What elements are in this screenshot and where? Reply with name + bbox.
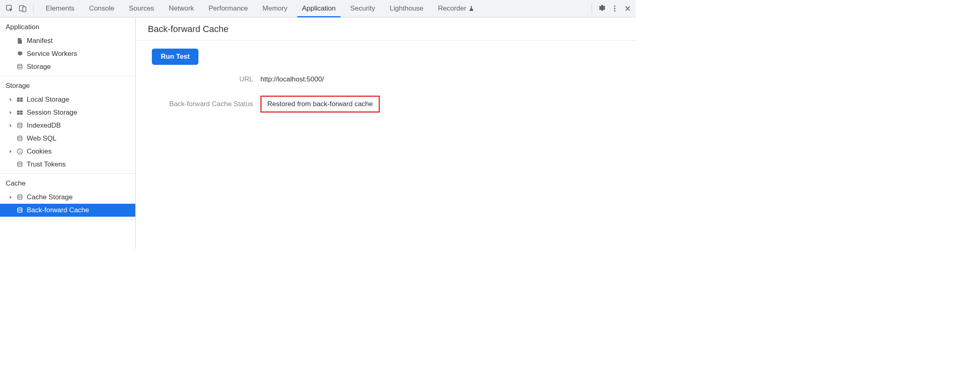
svg-rect-10: [20, 100, 23, 102]
sidebar-item-bfcache[interactable]: Back-forward Cache: [0, 204, 135, 217]
svg-point-18: [19, 150, 19, 151]
expand-arrow-icon[interactable]: [8, 97, 13, 102]
main-split: Application Manifest Service Workers Sto…: [0, 17, 636, 249]
file-icon: [16, 37, 23, 45]
sidebar-group-title: Storage: [0, 76, 135, 93]
panel-title: Back-forward Cache: [148, 24, 636, 34]
divider: [0, 219, 135, 220]
flask-icon: [469, 6, 474, 11]
divider: [592, 3, 592, 14]
status-value: Restored from back-forward cache: [260, 96, 380, 113]
sidebar-item-service-workers[interactable]: Service Workers: [0, 47, 135, 60]
gear-icon: [16, 50, 23, 58]
table-icon: [16, 96, 23, 103]
database-icon: [16, 135, 23, 142]
sidebar-item-cookies[interactable]: Cookies: [0, 145, 135, 158]
tab-recorder[interactable]: Recorder: [431, 0, 482, 17]
svg-rect-12: [20, 111, 23, 113]
tab-security[interactable]: Security: [343, 0, 382, 17]
more-options-icon[interactable]: [609, 3, 620, 14]
svg-point-21: [21, 152, 21, 153]
tab-label: Sources: [129, 4, 154, 13]
status-label: Back-forward Cache Status: [152, 100, 253, 108]
status-value-cell: Restored from back-forward cache: [260, 96, 636, 113]
bfcache-panel: Back-forward Cache Run Test URL http://l…: [136, 17, 636, 249]
sidebar-item-label: Manifest: [27, 37, 53, 45]
svg-point-15: [18, 123, 22, 125]
tab-performance[interactable]: Performance: [201, 0, 255, 17]
url-label: URL: [152, 75, 253, 83]
sidebar-item-local-storage[interactable]: Local Storage: [0, 93, 135, 106]
svg-rect-7: [17, 98, 20, 100]
cookie-icon: [16, 148, 23, 155]
tab-application[interactable]: Application: [295, 0, 343, 17]
sidebar-item-storage[interactable]: Storage: [0, 60, 135, 73]
sidebar-item-indexeddb[interactable]: IndexedDB: [0, 119, 135, 132]
settings-icon[interactable]: [596, 3, 607, 14]
sidebar-item-session-storage[interactable]: Session Storage: [0, 106, 135, 119]
sidebar-item-label: Cache Storage: [27, 193, 72, 201]
tab-network[interactable]: Network: [162, 0, 201, 17]
sidebar-item-label: Session Storage: [27, 109, 77, 117]
run-test-button[interactable]: Run Test: [152, 49, 198, 65]
sidebar-item-manifest[interactable]: Manifest: [0, 34, 135, 47]
svg-point-4: [614, 8, 615, 9]
application-sidebar: Application Manifest Service Workers Sto…: [0, 17, 136, 249]
tab-sources[interactable]: Sources: [121, 0, 161, 17]
expand-arrow-icon[interactable]: [8, 123, 13, 128]
svg-rect-13: [17, 113, 20, 115]
divider: [33, 4, 34, 13]
panel-header: Back-forward Cache: [136, 17, 636, 41]
sidebar-group-title: Application: [0, 17, 135, 34]
close-devtools-icon[interactable]: [622, 3, 633, 14]
database-icon: [16, 207, 23, 214]
svg-point-3: [614, 5, 615, 6]
tab-lighthouse[interactable]: Lighthouse: [382, 0, 430, 17]
tab-label: Lighthouse: [390, 4, 423, 13]
expand-arrow-icon[interactable]: [8, 149, 13, 154]
tab-label: Application: [302, 4, 336, 13]
sidebar-item-label: Cookies: [27, 147, 51, 156]
sidebar-item-trust-tokens[interactable]: Trust Tokens: [0, 158, 135, 171]
svg-point-22: [18, 162, 22, 164]
sidebar-item-label: Local Storage: [27, 96, 69, 104]
database-icon: [16, 194, 23, 201]
inspect-element-icon[interactable]: [4, 3, 15, 14]
sidebar-item-label: Web SQL: [27, 134, 56, 143]
table-icon: [16, 109, 23, 116]
url-value: http://localhost:5000/: [260, 75, 636, 83]
sidebar-item-label: Service Workers: [27, 50, 77, 58]
bfcache-report: URL http://localhost:5000/ Back-forward …: [152, 75, 636, 113]
svg-rect-8: [20, 98, 23, 100]
tab-elements[interactable]: Elements: [38, 0, 82, 17]
sidebar-item-label: Storage: [27, 63, 51, 71]
panel-body: Run Test URL http://localhost:5000/ Back…: [136, 41, 636, 113]
tab-memory[interactable]: Memory: [255, 0, 294, 17]
tab-label: Network: [169, 4, 194, 13]
tab-label: Memory: [262, 4, 287, 13]
sidebar-item-label: IndexedDB: [27, 122, 61, 130]
svg-rect-14: [20, 113, 23, 115]
expand-arrow-icon[interactable]: [8, 195, 13, 200]
database-icon: [16, 161, 23, 168]
svg-point-20: [19, 152, 20, 153]
sidebar-item-websql[interactable]: Web SQL: [0, 132, 135, 145]
device-toolbar-icon[interactable]: [17, 3, 28, 14]
tab-console[interactable]: Console: [82, 0, 121, 17]
svg-rect-11: [17, 111, 20, 113]
svg-point-23: [18, 195, 22, 196]
tab-label: Security: [350, 4, 375, 13]
devtools-tabstrip: Elements Console Sources Network Perform…: [0, 0, 636, 17]
sidebar-item-cache-storage[interactable]: Cache Storage: [0, 191, 135, 204]
svg-point-5: [614, 10, 615, 11]
sidebar-group-title: Cache: [0, 174, 135, 191]
svg-rect-9: [17, 100, 20, 102]
sidebar-item-label: Back-forward Cache: [27, 206, 89, 214]
expand-arrow-icon[interactable]: [8, 110, 13, 115]
database-icon: [16, 63, 23, 70]
database-icon: [16, 122, 23, 129]
svg-rect-2: [23, 7, 26, 12]
svg-point-16: [18, 136, 22, 138]
sidebar-item-label: Trust Tokens: [27, 160, 66, 169]
svg-point-19: [20, 151, 21, 151]
